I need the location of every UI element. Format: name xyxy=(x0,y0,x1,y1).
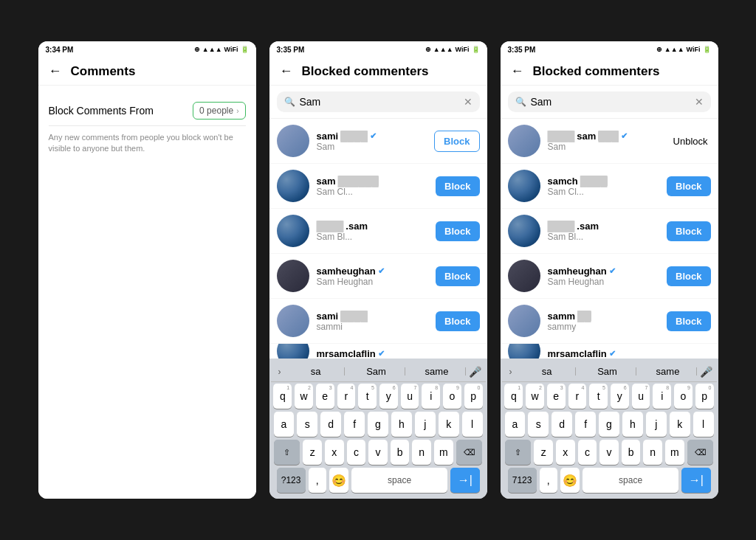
suggestion-sa[interactable]: sa xyxy=(287,364,345,378)
key-shift-3[interactable]: ⇧ xyxy=(505,440,532,465)
block-button[interactable]: Block xyxy=(436,176,479,196)
user-list-3: ████sam███ ✔ Sam Unblock samch████ Sam C… xyxy=(501,119,718,359)
key-o[interactable]: o9 xyxy=(443,384,461,409)
key-q-3[interactable]: q1 xyxy=(504,384,523,409)
key-space[interactable]: space xyxy=(351,468,448,493)
block-button[interactable]: Block xyxy=(434,131,479,152)
key-numbers[interactable]: ?123 xyxy=(277,468,306,493)
suggestion-sam-3[interactable]: Sam xyxy=(579,364,636,378)
suggestion-same[interactable]: same xyxy=(408,364,466,378)
key-t-3[interactable]: t5 xyxy=(589,384,608,409)
clear-icon-2[interactable]: ✕ xyxy=(464,96,472,108)
mic-icon[interactable]: 🎤 xyxy=(469,366,481,378)
key-m-3[interactable]: m xyxy=(665,440,684,465)
key-d[interactable]: d xyxy=(320,412,341,437)
key-y-3[interactable]: y6 xyxy=(611,384,629,409)
key-g-3[interactable]: g xyxy=(599,412,619,437)
key-space-3[interactable]: space xyxy=(583,468,679,493)
key-e[interactable]: e3 xyxy=(316,384,334,409)
mic-icon-3[interactable]: 🎤 xyxy=(700,366,712,378)
key-k-3[interactable]: k xyxy=(670,412,690,437)
key-o-3[interactable]: o9 xyxy=(674,384,693,409)
key-u-3[interactable]: u7 xyxy=(632,384,650,409)
block-button[interactable]: Block xyxy=(667,266,710,286)
key-p-3[interactable]: p0 xyxy=(695,384,714,409)
key-s[interactable]: s xyxy=(297,412,317,437)
user-info: samm██ sammy xyxy=(548,311,660,332)
suggestion-sa-3[interactable]: sa xyxy=(518,364,576,378)
key-row-3: ⇧ z x c v b n m ⌫ xyxy=(274,440,483,465)
key-w[interactable]: w2 xyxy=(295,384,313,409)
block-button[interactable]: Block xyxy=(667,176,710,196)
key-numbers-3[interactable]: 7123 xyxy=(508,468,537,493)
key-h-3[interactable]: h xyxy=(622,412,643,437)
keyboard-2: › sa Sam same 🎤 q1 w2 e3 r4 t5 y6 u7 i8 … xyxy=(269,359,487,499)
key-b[interactable]: b xyxy=(391,440,410,465)
key-row-3-1: q1 w2 e3 r4 t5 y6 u7 i8 o9 p0 xyxy=(505,384,714,409)
key-l[interactable]: l xyxy=(462,412,483,437)
key-n-3[interactable]: n xyxy=(643,440,662,465)
clear-icon-3[interactable]: ✕ xyxy=(695,96,704,108)
key-f[interactable]: f xyxy=(344,412,365,437)
key-backspace[interactable]: ⌫ xyxy=(456,440,483,465)
key-a[interactable]: a xyxy=(274,412,295,437)
key-comma[interactable]: , xyxy=(309,468,326,493)
key-j[interactable]: j xyxy=(415,412,436,437)
key-b-3[interactable]: b xyxy=(622,440,641,465)
key-n[interactable]: n xyxy=(412,440,431,465)
key-k[interactable]: k xyxy=(439,412,459,437)
block-button[interactable]: Block xyxy=(667,311,710,331)
key-backspace-3[interactable]: ⌫ xyxy=(687,440,714,465)
key-s-3[interactable]: s xyxy=(528,412,549,437)
key-j-3[interactable]: j xyxy=(646,412,667,437)
key-x[interactable]: x xyxy=(325,440,344,465)
key-r-3[interactable]: r4 xyxy=(568,384,587,409)
key-q[interactable]: q1 xyxy=(273,384,292,409)
key-l-3[interactable]: l xyxy=(693,412,714,437)
key-y[interactable]: y6 xyxy=(379,384,398,409)
key-go[interactable]: →| xyxy=(450,468,479,493)
unblock-button[interactable]: Unblock xyxy=(670,131,711,151)
user-info: mrsamclaflin ✔ xyxy=(317,348,429,359)
key-c[interactable]: c xyxy=(347,440,366,465)
key-d-3[interactable]: d xyxy=(551,412,572,437)
key-z[interactable]: z xyxy=(303,440,322,465)
key-p[interactable]: p0 xyxy=(464,384,483,409)
key-a-3[interactable]: a xyxy=(505,412,526,437)
search-input-2[interactable] xyxy=(300,96,459,108)
key-g[interactable]: g xyxy=(368,412,388,437)
key-shift[interactable]: ⇧ xyxy=(274,440,300,465)
key-m[interactable]: m xyxy=(434,440,453,465)
key-u[interactable]: u7 xyxy=(401,384,419,409)
key-v-3[interactable]: v xyxy=(599,440,619,465)
back-button-1[interactable]: ← xyxy=(49,63,62,79)
block-button[interactable]: Block xyxy=(436,311,479,331)
back-button-2[interactable]: ← xyxy=(280,63,293,79)
key-t[interactable]: t5 xyxy=(358,384,377,409)
block-button[interactable]: Block xyxy=(667,221,710,241)
key-go-3[interactable]: →| xyxy=(681,468,710,493)
key-emoji-3[interactable]: 😊 xyxy=(560,468,580,493)
block-button[interactable]: Block xyxy=(436,221,479,241)
key-r[interactable]: r4 xyxy=(337,384,356,409)
key-z-3[interactable]: z xyxy=(534,440,553,465)
key-x-3[interactable]: x xyxy=(556,440,575,465)
key-v[interactable]: v xyxy=(368,440,388,465)
key-i[interactable]: i8 xyxy=(422,384,440,409)
key-e-3[interactable]: e3 xyxy=(547,384,566,409)
key-h[interactable]: h xyxy=(391,412,412,437)
key-c-3[interactable]: c xyxy=(578,440,597,465)
key-f-3[interactable]: f xyxy=(575,412,596,437)
suggestion-sam[interactable]: Sam xyxy=(348,364,405,378)
key-i-3[interactable]: i8 xyxy=(653,384,671,409)
key-comma-3[interactable]: , xyxy=(540,468,557,493)
user-info: mrsamclaflin ✔ xyxy=(548,348,660,359)
key-w-3[interactable]: w2 xyxy=(526,384,544,409)
block-button[interactable]: Block xyxy=(436,266,479,286)
key-emoji[interactable]: 😊 xyxy=(329,468,348,493)
back-button-3[interactable]: ← xyxy=(511,63,524,79)
suggestion-same-3[interactable]: same xyxy=(639,364,697,378)
search-input-3[interactable] xyxy=(531,96,690,108)
avatar xyxy=(508,170,540,202)
people-badge-button[interactable]: 0 people › xyxy=(193,102,245,120)
